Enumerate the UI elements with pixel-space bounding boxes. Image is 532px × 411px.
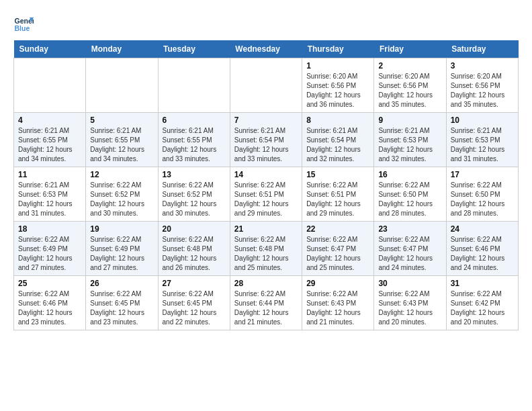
day-number: 8 <box>306 116 369 125</box>
day-cell-14: 14Sunrise: 6:22 AM Sunset: 6:51 PM Dayli… <box>230 167 302 222</box>
day-number: 16 <box>378 170 441 179</box>
day-info: Sunrise: 6:22 AM Sunset: 6:46 PM Dayligh… <box>18 289 81 327</box>
day-info: Sunrise: 6:21 AM Sunset: 6:54 PM Dayligh… <box>234 126 298 164</box>
day-number: 22 <box>306 224 369 234</box>
day-cell-8: 8Sunrise: 6:21 AM Sunset: 6:54 PM Daylig… <box>302 113 374 167</box>
day-cell-23: 23Sunrise: 6:22 AM Sunset: 6:47 PM Dayli… <box>374 222 446 276</box>
day-info: Sunrise: 6:22 AM Sunset: 6:43 PM Dayligh… <box>378 289 441 327</box>
day-number: 31 <box>451 279 514 288</box>
weekday-header-monday: Monday <box>86 40 158 58</box>
day-info: Sunrise: 6:22 AM Sunset: 6:42 PM Dayligh… <box>451 289 514 327</box>
day-info: Sunrise: 6:22 AM Sunset: 6:49 PM Dayligh… <box>18 235 81 273</box>
day-cell-27: 27Sunrise: 6:22 AM Sunset: 6:45 PM Dayli… <box>158 276 230 330</box>
day-cell-2: 2Sunrise: 6:20 AM Sunset: 6:56 PM Daylig… <box>374 58 446 113</box>
day-info: Sunrise: 6:22 AM Sunset: 6:51 PM Dayligh… <box>234 181 298 218</box>
day-number: 19 <box>90 224 153 234</box>
day-info: Sunrise: 6:21 AM Sunset: 6:55 PM Dayligh… <box>18 126 81 164</box>
day-number: 10 <box>451 116 514 125</box>
day-cell-15: 15Sunrise: 6:22 AM Sunset: 6:51 PM Dayli… <box>302 167 374 222</box>
weekday-header-sunday: Sunday <box>14 40 86 58</box>
week-row-5: 25Sunrise: 6:22 AM Sunset: 6:46 PM Dayli… <box>14 276 519 330</box>
day-number: 6 <box>163 116 226 125</box>
day-number: 17 <box>451 170 514 179</box>
day-info: Sunrise: 6:22 AM Sunset: 6:48 PM Dayligh… <box>163 235 226 273</box>
day-number: 25 <box>18 279 81 288</box>
day-number: 27 <box>163 279 226 288</box>
day-cell-17: 17Sunrise: 6:22 AM Sunset: 6:50 PM Dayli… <box>446 167 518 222</box>
empty-cell <box>86 58 158 113</box>
day-number: 7 <box>234 116 298 125</box>
weekday-header-tuesday: Tuesday <box>158 40 230 58</box>
day-number: 5 <box>90 116 153 125</box>
empty-cell <box>230 58 302 113</box>
page-header: General Blue <box>13 13 519 34</box>
weekday-header-row: SundayMondayTuesdayWednesdayThursdayFrid… <box>14 40 519 58</box>
day-cell-1: 1Sunrise: 6:20 AM Sunset: 6:56 PM Daylig… <box>302 58 374 113</box>
logo: General Blue <box>13 13 36 34</box>
weekday-header-thursday: Thursday <box>302 40 374 58</box>
weekday-header-saturday: Saturday <box>446 40 518 58</box>
day-cell-31: 31Sunrise: 6:22 AM Sunset: 6:42 PM Dayli… <box>446 276 518 330</box>
day-info: Sunrise: 6:21 AM Sunset: 6:55 PM Dayligh… <box>90 126 153 164</box>
day-info: Sunrise: 6:22 AM Sunset: 6:47 PM Dayligh… <box>306 235 369 273</box>
day-number: 28 <box>234 279 298 288</box>
logo-icon: General Blue <box>13 13 34 34</box>
day-number: 29 <box>306 279 369 288</box>
day-info: Sunrise: 6:22 AM Sunset: 6:50 PM Dayligh… <box>378 181 441 218</box>
day-number: 11 <box>18 170 81 179</box>
day-number: 9 <box>378 116 441 125</box>
day-number: 13 <box>163 170 226 179</box>
day-cell-7: 7Sunrise: 6:21 AM Sunset: 6:54 PM Daylig… <box>230 113 302 167</box>
day-info: Sunrise: 6:21 AM Sunset: 6:53 PM Dayligh… <box>18 181 81 218</box>
day-info: Sunrise: 6:22 AM Sunset: 6:52 PM Dayligh… <box>90 181 153 218</box>
day-number: 26 <box>90 279 153 288</box>
day-info: Sunrise: 6:22 AM Sunset: 6:50 PM Dayligh… <box>451 181 514 218</box>
day-cell-10: 10Sunrise: 6:21 AM Sunset: 6:53 PM Dayli… <box>446 113 518 167</box>
week-row-3: 11Sunrise: 6:21 AM Sunset: 6:53 PM Dayli… <box>14 167 519 222</box>
weekday-header-friday: Friday <box>374 40 446 58</box>
day-cell-29: 29Sunrise: 6:22 AM Sunset: 6:43 PM Dayli… <box>302 276 374 330</box>
day-number: 1 <box>306 61 369 71</box>
day-cell-3: 3Sunrise: 6:20 AM Sunset: 6:56 PM Daylig… <box>446 58 518 113</box>
weekday-header-wednesday: Wednesday <box>230 40 302 58</box>
day-info: Sunrise: 6:22 AM Sunset: 6:49 PM Dayligh… <box>90 235 153 273</box>
day-number: 20 <box>163 224 226 234</box>
day-info: Sunrise: 6:21 AM Sunset: 6:54 PM Dayligh… <box>306 126 369 164</box>
day-number: 23 <box>378 224 441 234</box>
day-cell-4: 4Sunrise: 6:21 AM Sunset: 6:55 PM Daylig… <box>14 113 86 167</box>
day-info: Sunrise: 6:21 AM Sunset: 6:53 PM Dayligh… <box>378 126 441 164</box>
day-cell-30: 30Sunrise: 6:22 AM Sunset: 6:43 PM Dayli… <box>374 276 446 330</box>
empty-cell <box>14 58 86 113</box>
day-cell-21: 21Sunrise: 6:22 AM Sunset: 6:48 PM Dayli… <box>230 222 302 276</box>
day-info: Sunrise: 6:22 AM Sunset: 6:46 PM Dayligh… <box>451 235 514 273</box>
day-cell-24: 24Sunrise: 6:22 AM Sunset: 6:46 PM Dayli… <box>446 222 518 276</box>
day-number: 24 <box>451 224 514 234</box>
day-cell-13: 13Sunrise: 6:22 AM Sunset: 6:52 PM Dayli… <box>158 167 230 222</box>
day-info: Sunrise: 6:22 AM Sunset: 6:51 PM Dayligh… <box>306 181 369 218</box>
day-cell-9: 9Sunrise: 6:21 AM Sunset: 6:53 PM Daylig… <box>374 113 446 167</box>
day-info: Sunrise: 6:22 AM Sunset: 6:43 PM Dayligh… <box>306 289 369 327</box>
day-number: 21 <box>234 224 298 234</box>
day-cell-5: 5Sunrise: 6:21 AM Sunset: 6:55 PM Daylig… <box>86 113 158 167</box>
day-cell-11: 11Sunrise: 6:21 AM Sunset: 6:53 PM Dayli… <box>14 167 86 222</box>
day-cell-12: 12Sunrise: 6:22 AM Sunset: 6:52 PM Dayli… <box>86 167 158 222</box>
day-cell-6: 6Sunrise: 6:21 AM Sunset: 6:55 PM Daylig… <box>158 113 230 167</box>
day-info: Sunrise: 6:22 AM Sunset: 6:45 PM Dayligh… <box>163 289 226 327</box>
day-number: 3 <box>451 61 514 71</box>
day-number: 14 <box>234 170 298 179</box>
day-info: Sunrise: 6:22 AM Sunset: 6:52 PM Dayligh… <box>163 181 226 218</box>
day-cell-16: 16Sunrise: 6:22 AM Sunset: 6:50 PM Dayli… <box>374 167 446 222</box>
day-number: 30 <box>378 279 441 288</box>
day-info: Sunrise: 6:21 AM Sunset: 6:53 PM Dayligh… <box>451 126 514 164</box>
week-row-4: 18Sunrise: 6:22 AM Sunset: 6:49 PM Dayli… <box>14 222 519 276</box>
week-row-1: 1Sunrise: 6:20 AM Sunset: 6:56 PM Daylig… <box>14 58 519 113</box>
day-info: Sunrise: 6:22 AM Sunset: 6:47 PM Dayligh… <box>378 235 441 273</box>
week-row-2: 4Sunrise: 6:21 AM Sunset: 6:55 PM Daylig… <box>14 113 519 167</box>
day-info: Sunrise: 6:20 AM Sunset: 6:56 PM Dayligh… <box>378 72 441 109</box>
day-info: Sunrise: 6:22 AM Sunset: 6:44 PM Dayligh… <box>234 289 298 327</box>
day-number: 4 <box>18 116 81 125</box>
day-cell-26: 26Sunrise: 6:22 AM Sunset: 6:45 PM Dayli… <box>86 276 158 330</box>
svg-text:Blue: Blue <box>15 24 30 32</box>
day-info: Sunrise: 6:21 AM Sunset: 6:55 PM Dayligh… <box>163 126 226 164</box>
day-number: 12 <box>90 170 153 179</box>
